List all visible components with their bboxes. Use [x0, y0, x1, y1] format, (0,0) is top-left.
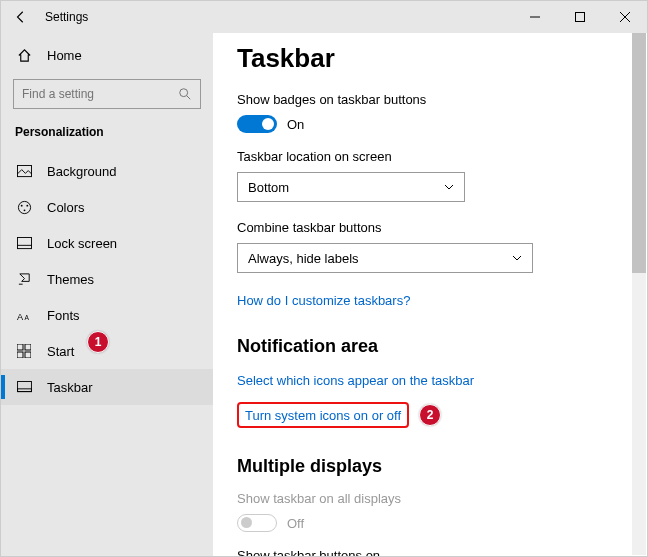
nav-label: Start — [47, 344, 74, 359]
system-icons-link[interactable]: Turn system icons on or off — [245, 408, 401, 423]
annotation-badge-2: 2 — [419, 404, 441, 426]
sidebar-item-taskbar[interactable]: Taskbar — [1, 369, 213, 405]
multiple-displays-heading: Multiple displays — [237, 456, 623, 477]
svg-point-1 — [180, 89, 188, 97]
showall-state: Off — [287, 516, 304, 531]
start-icon — [15, 344, 33, 358]
svg-rect-7 — [17, 237, 31, 248]
svg-text:A: A — [17, 311, 24, 321]
highlight-box: Turn system icons on or off — [237, 402, 409, 428]
nav-label: Taskbar — [47, 380, 93, 395]
nav-label: Colors — [47, 200, 85, 215]
combine-label: Combine taskbar buttons — [237, 220, 623, 235]
nav-label: Fonts — [47, 308, 80, 323]
chevron-down-icon — [512, 253, 522, 263]
back-button[interactable] — [1, 1, 41, 33]
sidebar-item-themes[interactable]: Themes — [1, 261, 213, 297]
search-input[interactable] — [22, 87, 178, 101]
search-box[interactable] — [13, 79, 201, 109]
taskbar-icon — [15, 381, 33, 393]
home-nav[interactable]: Home — [1, 37, 213, 73]
badges-state: On — [287, 117, 304, 132]
sidebar-item-lockscreen[interactable]: Lock screen — [1, 225, 213, 261]
svg-rect-2 — [17, 165, 31, 176]
category-header: Personalization — [1, 121, 213, 153]
search-icon — [178, 87, 192, 101]
nav-label: Background — [47, 164, 116, 179]
themes-icon — [15, 272, 33, 287]
minimize-button[interactable] — [512, 1, 557, 33]
svg-rect-15 — [17, 389, 31, 392]
svg-rect-12 — [17, 352, 23, 358]
svg-point-4 — [20, 204, 22, 206]
sidebar-item-colors[interactable]: Colors — [1, 189, 213, 225]
svg-rect-11 — [25, 344, 31, 350]
window-title: Settings — [45, 10, 88, 24]
palette-icon — [15, 200, 33, 215]
svg-point-5 — [26, 204, 28, 206]
annotation-badge-1: 1 — [87, 331, 109, 353]
svg-rect-13 — [25, 352, 31, 358]
svg-text:A: A — [24, 313, 29, 320]
svg-rect-14 — [17, 381, 31, 391]
maximize-icon — [575, 12, 585, 22]
lockscreen-icon — [15, 237, 33, 250]
help-link[interactable]: How do I customize taskbars? — [237, 293, 410, 308]
showall-label: Show taskbar on all displays — [237, 491, 623, 506]
svg-point-6 — [23, 209, 25, 211]
svg-rect-0 — [575, 13, 584, 22]
main-content: Taskbar Show badges on taskbar buttons O… — [213, 33, 647, 556]
notification-area-heading: Notification area — [237, 336, 623, 357]
close-icon — [620, 12, 630, 22]
chevron-down-icon — [444, 182, 454, 192]
nav-label: Themes — [47, 272, 94, 287]
nav-label: Lock screen — [47, 236, 117, 251]
select-icons-link[interactable]: Select which icons appear on the taskbar — [237, 373, 474, 388]
arrow-left-icon — [14, 10, 28, 24]
svg-rect-10 — [17, 344, 23, 350]
page-title: Taskbar — [237, 43, 623, 74]
showall-toggle — [237, 514, 277, 532]
badges-label: Show badges on taskbar buttons — [237, 92, 623, 107]
location-label: Taskbar location on screen — [237, 149, 623, 164]
showbuttons-label: Show taskbar buttons on — [237, 548, 623, 556]
close-button[interactable] — [602, 1, 647, 33]
scrollbar-thumb[interactable] — [632, 33, 646, 273]
titlebar: Settings — [1, 1, 647, 33]
svg-point-3 — [18, 201, 30, 213]
home-icon — [15, 48, 33, 63]
sidebar-item-fonts[interactable]: AA Fonts — [1, 297, 213, 333]
picture-icon — [15, 165, 33, 178]
location-select[interactable]: Bottom — [237, 172, 465, 202]
maximize-button[interactable] — [557, 1, 602, 33]
combine-value: Always, hide labels — [248, 251, 359, 266]
sidebar-item-background[interactable]: Background — [1, 153, 213, 189]
minimize-icon — [530, 12, 540, 22]
location-value: Bottom — [248, 180, 289, 195]
scrollbar[interactable] — [632, 33, 646, 555]
combine-select[interactable]: Always, hide labels — [237, 243, 533, 273]
badges-toggle[interactable] — [237, 115, 277, 133]
fonts-icon: AA — [15, 309, 33, 322]
home-label: Home — [47, 48, 82, 63]
sidebar: Home Personalization Background Colors L… — [1, 33, 213, 556]
